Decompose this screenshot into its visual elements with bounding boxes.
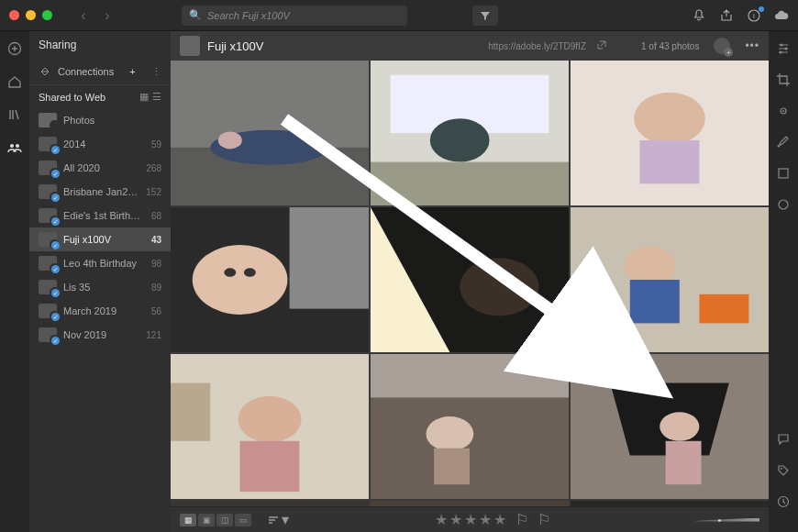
album-march-2019[interactable]: ✓ March 2019 56 [29, 299, 171, 323]
sidebar: Sharing Connections + ⋮ Shared to Web ▦ … [29, 31, 171, 532]
add-photos-icon[interactable] [6, 40, 23, 57]
crop-icon[interactable] [775, 72, 792, 88]
edit-sliders-icon[interactable] [775, 40, 792, 57]
library-icon[interactable] [6, 106, 23, 123]
star-icon[interactable]: ★ [464, 511, 477, 528]
star-icon[interactable]: ★ [435, 511, 448, 528]
share-url[interactable]: https://adobe.ly/2TD9fIZ [488, 41, 586, 51]
linear-gradient-icon[interactable] [775, 165, 792, 182]
album-thumb: ✓ [39, 161, 57, 175]
sidebar-heading-label: Sharing [39, 39, 76, 51]
star-icon[interactable]: ★ [449, 511, 462, 528]
sort-button[interactable]: ▾ [268, 511, 289, 528]
album-count: 121 [146, 330, 161, 340]
album-brisbane-jan2020[interactable]: ✓ Brisbane Jan2020 152 [29, 180, 171, 204]
brush-icon [775, 134, 792, 150]
photo-thumbnail[interactable] [171, 501, 369, 506]
search-placeholder: Search Fuji x100V [207, 10, 290, 21]
nav-back[interactable]: ‹ [74, 6, 93, 25]
square-view-icon[interactable]: ▣ [198, 514, 215, 526]
photo-thumbnail[interactable] [171, 354, 369, 499]
album-edies-1st-birthday[interactable]: ✓ Edie's 1st Birthday 68 [29, 204, 171, 227]
add-people-button[interactable] [714, 38, 730, 54]
album-2014[interactable]: ✓ 2014 59 [29, 132, 171, 156]
help-icon[interactable]: i [747, 8, 761, 23]
svg-rect-32 [371, 354, 569, 397]
keywords-icon[interactable] [775, 462, 792, 479]
album-all-2020[interactable]: ✓ All 2020 268 [29, 156, 171, 180]
nav-forward[interactable]: › [98, 6, 116, 25]
photo-thumbnail[interactable] [571, 207, 769, 352]
album-nov-2019[interactable]: ✓ Nov 2019 121 [29, 323, 171, 347]
svg-rect-15 [640, 140, 700, 183]
filter-button[interactable] [472, 6, 498, 26]
photo-thumbnail[interactable] [371, 354, 569, 499]
photo-thumbnail[interactable] [171, 207, 369, 352]
svg-rect-17 [290, 207, 369, 309]
album-fuji-x100v[interactable]: ✓ Fuji x100V 43 [29, 227, 171, 251]
activity-icon[interactable] [775, 493, 792, 510]
svg-point-43 [780, 51, 782, 54]
share-icon[interactable] [719, 8, 734, 23]
album-thumb: ✓ [39, 208, 57, 223]
comments-icon[interactable] [775, 431, 792, 448]
svg-point-48 [781, 468, 782, 470]
svg-point-20 [244, 268, 256, 276]
album-count: 268 [146, 163, 161, 173]
radial-gradient-icon[interactable] [775, 196, 792, 213]
close-window[interactable] [9, 10, 19, 20]
grid-view-icon[interactable]: ▦ [180, 514, 196, 526]
main-panel: Fuji x100V https://adobe.ly/2TD9fIZ 1 of… [171, 31, 769, 532]
thumbnail-size-slider[interactable] [695, 518, 759, 522]
photos-label: Photos [63, 115, 94, 126]
album-count: 43 [151, 235, 161, 245]
rating-bar[interactable]: ★ ★ ★ ★ ★ ⚐ ⚐ [435, 511, 550, 528]
minimize-window[interactable] [26, 10, 36, 20]
photo-thumbnail[interactable] [171, 61, 369, 205]
search-input[interactable]: 🔍 Search Fuji x100V [182, 6, 407, 26]
maximize-window[interactable] [42, 10, 52, 20]
flag-reject-icon[interactable]: ⚐ [538, 511, 550, 528]
main-header: Fuji x100V https://adobe.ly/2TD9fIZ 1 of… [171, 31, 769, 61]
photo-thumbnail[interactable] [571, 354, 769, 499]
photo-thumbnail[interactable] [571, 501, 769, 506]
external-link-icon[interactable] [597, 39, 606, 52]
connections-menu-icon[interactable]: ⋮ [151, 66, 161, 78]
album-name: March 2019 [63, 305, 116, 316]
album-lis-35[interactable]: ✓ Lis 35 89 [29, 275, 171, 299]
header-album-thumb [180, 36, 200, 56]
more-menu-icon[interactable]: ••• [745, 39, 759, 52]
star-icon[interactable]: ★ [493, 511, 506, 528]
album-count: 89 [151, 283, 161, 293]
svg-point-22 [460, 258, 538, 316]
photo-thumbnail[interactable] [371, 61, 569, 205]
heal-icon[interactable] [775, 103, 792, 119]
svg-rect-39 [371, 501, 569, 506]
album-leo-4th-birthday[interactable]: ✓ Leo 4th Birthday 98 [29, 251, 171, 275]
detail-view-icon[interactable]: ▭ [235, 514, 251, 526]
shared-grid-view-icon[interactable]: ▦ [139, 91, 149, 103]
svg-rect-25 [630, 280, 680, 323]
flag-pick-icon[interactable]: ⚐ [515, 511, 528, 528]
sharing-icon[interactable] [6, 139, 23, 156]
home-icon[interactable] [6, 73, 23, 90]
view-mode-switcher: ▦ ▣ ◫ ▭ [180, 514, 251, 526]
shared-photos-row[interactable]: Photos [29, 108, 171, 132]
cloud-sync-icon[interactable] [774, 8, 789, 23]
compare-view-icon[interactable]: ◫ [216, 514, 233, 526]
titlebar-actions: i [692, 8, 789, 23]
connections-row[interactable]: Connections + ⋮ [29, 59, 171, 84]
photo-thumbnail[interactable] [371, 207, 569, 352]
album-thumb: ✓ [39, 304, 57, 318]
notifications-icon[interactable] [692, 8, 706, 23]
photo-thumbnail[interactable] [571, 61, 769, 205]
photo-thumbnail[interactable] [371, 501, 569, 506]
star-icon[interactable]: ★ [479, 511, 492, 528]
album-name: All 2020 [63, 162, 100, 173]
page-title: Fuji x100V [207, 39, 263, 53]
album-count: 59 [151, 139, 161, 150]
add-connection-icon[interactable]: + [129, 66, 135, 77]
album-thumb: ✓ [39, 184, 57, 199]
svg-rect-26 [699, 294, 748, 324]
shared-list-view-icon[interactable]: ☰ [152, 91, 161, 103]
